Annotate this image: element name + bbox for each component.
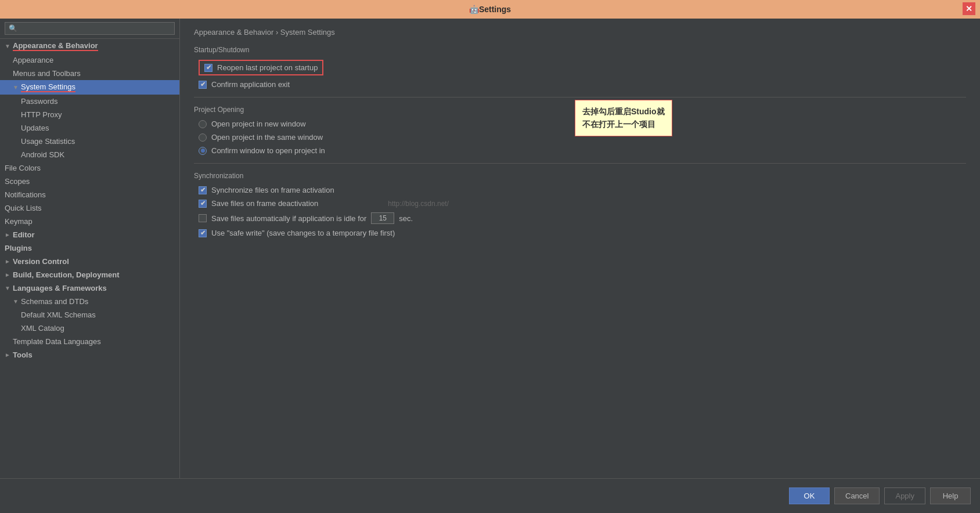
sync-frame-row[interactable]: ✔ Synchronize files on frame activation <box>194 186 966 194</box>
save-idle-checkbox[interactable] <box>199 214 207 222</box>
main-container: ▼Appearance & BehaviorAppearanceMenus an… <box>0 19 980 478</box>
sidebar-label: Plugins <box>5 244 32 252</box>
sync-section-title: Synchronization <box>194 172 966 180</box>
sec-label: sec. <box>399 214 413 223</box>
arrow-icon: ► <box>5 352 10 358</box>
sidebar-item-languages-frameworks[interactable]: ▼Languages & Frameworks <box>0 281 179 295</box>
cancel-button[interactable]: Cancel <box>834 487 880 504</box>
sidebar-search-container <box>0 19 179 39</box>
reopen-project-row[interactable]: ✔ Reopen last project on startup <box>199 60 323 75</box>
open-same-window-label: Open project in the same window <box>211 133 323 142</box>
checkmark-safe: ✔ <box>200 229 206 237</box>
open-new-window-radio[interactable] <box>199 120 207 128</box>
confirm-window-row[interactable]: Confirm window to open project in <box>194 146 966 155</box>
checkmark-sync: ✔ <box>200 186 206 194</box>
save-idle-row[interactable]: Save files automatically if application … <box>194 212 966 224</box>
sidebar-item-keymap[interactable]: Keymap <box>0 215 179 228</box>
sync-frame-checkbox[interactable]: ✔ <box>199 186 207 194</box>
safe-write-row[interactable]: ✔ Use "safe write" (save changes to a te… <box>194 229 966 237</box>
sidebar-item-editor[interactable]: ►Editor <box>0 228 179 241</box>
sidebar-item-android-sdk[interactable]: Android SDK <box>0 148 179 161</box>
sidebar-label: Passwords <box>21 97 58 106</box>
checkmark-icon-2: ✔ <box>200 81 206 88</box>
save-deactivation-checkbox[interactable]: ✔ <box>199 200 207 208</box>
callout-line2: 不在打开上一个项目 <box>582 118 665 131</box>
sidebar-label: Editor <box>13 230 35 239</box>
sidebar-item-file-colors[interactable]: File Colors <box>0 161 179 175</box>
sidebar-item-plugins[interactable]: Plugins <box>0 241 179 255</box>
sidebar-label: Build, Execution, Deployment <box>13 270 119 279</box>
sidebar-item-system-settings[interactable]: ▼System Settings <box>0 80 179 95</box>
ok-button[interactable]: OK <box>789 487 830 504</box>
sidebar-label: System Settings <box>21 82 75 92</box>
open-same-window-radio[interactable] <box>199 133 207 142</box>
help-button[interactable]: Help <box>930 487 971 504</box>
sidebar-item-default-xml[interactable]: Default XML Schemas <box>0 308 179 321</box>
sidebar-label: Scopes <box>5 177 30 186</box>
bottom-bar: OK Cancel Apply Help <box>0 478 980 513</box>
sidebar-item-appearance-behavior[interactable]: ▼Appearance & Behavior <box>0 39 179 53</box>
watermark-text: http://blog.csdn.net/ <box>388 200 449 208</box>
sidebar-item-build-execution[interactable]: ►Build, Execution, Deployment <box>0 268 179 281</box>
sidebar-label: Keymap <box>5 217 33 226</box>
save-idle-label: Save files automatically if application … <box>211 214 366 223</box>
arrow-icon: ► <box>5 258 10 265</box>
sidebar-label: Android SDK <box>21 150 64 159</box>
sidebar-label: Schemas and DTDs <box>21 297 88 306</box>
sidebar-label: Appearance <box>13 56 53 64</box>
sidebar-item-scopes[interactable]: Scopes <box>0 175 179 188</box>
sidebar-label: Tools <box>13 351 33 359</box>
arrow-icon: ► <box>5 232 10 238</box>
confirm-exit-label: Confirm application exit <box>211 80 290 89</box>
sidebar-item-version-control[interactable]: ►Version Control <box>0 255 179 268</box>
sidebar: ▼Appearance & BehaviorAppearanceMenus an… <box>0 19 180 478</box>
sidebar-item-http-proxy[interactable]: HTTP Proxy <box>0 108 179 121</box>
startup-section-title: Startup/Shutdown <box>194 46 966 54</box>
window-title: Settings <box>479 5 511 14</box>
arrow-icon: ▼ <box>5 43 10 49</box>
confirm-window-radio[interactable] <box>199 147 207 155</box>
sidebar-item-updates[interactable]: Updates <box>0 121 179 135</box>
sidebar-label: Menus and Toolbars <box>13 69 81 78</box>
save-deactivation-wrapper: ✔ Save files on frame deactivation http:… <box>194 199 966 208</box>
sidebar-label: HTTP Proxy <box>21 110 62 119</box>
safe-write-checkbox[interactable]: ✔ <box>199 229 207 237</box>
sidebar-label: XML Catalog <box>21 324 64 333</box>
sidebar-item-tools[interactable]: ►Tools <box>0 348 179 362</box>
sync-frame-label: Synchronize files on frame activation <box>211 186 334 194</box>
confirm-exit-checkbox[interactable]: ✔ <box>199 81 207 89</box>
sidebar-label: Usage Statistics <box>21 137 75 146</box>
sidebar-label: Appearance & Behavior <box>13 41 98 51</box>
app-icon: 🤖 <box>469 5 479 14</box>
sidebar-label: Updates <box>21 124 49 132</box>
sidebar-item-template-data[interactable]: Template Data Languages <box>0 335 179 348</box>
content-wrapper: Appearance & Behavior › System Settings … <box>180 19 980 478</box>
sidebar-label: File Colors <box>5 164 41 172</box>
sidebar-item-usage-statistics[interactable]: Usage Statistics <box>0 135 179 148</box>
sidebar-item-schemas-dtds[interactable]: ▼Schemas and DTDs <box>0 295 179 308</box>
apply-button[interactable]: Apply <box>884 487 925 504</box>
sidebar-label: Template Data Languages <box>13 337 101 346</box>
safe-write-label: Use "safe write" (save changes to a temp… <box>211 229 395 237</box>
close-button[interactable]: ✕ <box>963 2 975 15</box>
radio-dot <box>201 149 205 153</box>
arrow-icon: ▼ <box>13 298 19 305</box>
save-deactivation-label: Save files on frame deactivation <box>211 199 318 208</box>
arrow-icon: ▼ <box>13 84 19 91</box>
confirm-exit-row[interactable]: ✔ Confirm application exit <box>194 80 966 89</box>
sidebar-item-notifications[interactable]: Notifications <box>0 188 179 201</box>
open-new-window-label: Open project in new window <box>211 120 306 128</box>
checkmark-save: ✔ <box>200 200 206 207</box>
breadcrumb: Appearance & Behavior › System Settings <box>194 28 966 37</box>
sidebar-item-appearance[interactable]: Appearance <box>0 53 179 67</box>
search-input[interactable] <box>5 22 175 35</box>
sidebar-item-xml-catalog[interactable]: XML Catalog <box>0 321 179 335</box>
arrow-icon: ▼ <box>5 285 10 291</box>
sidebar-item-passwords[interactable]: Passwords <box>0 95 179 108</box>
title-bar: 🤖 Settings ✕ <box>0 0 980 19</box>
sidebar-item-quick-lists[interactable]: Quick Lists <box>0 201 179 215</box>
sidebar-item-menus-toolbars[interactable]: Menus and Toolbars <box>0 67 179 80</box>
idle-seconds-input[interactable] <box>371 212 394 224</box>
reopen-project-checkbox[interactable]: ✔ <box>204 64 212 72</box>
save-deactivation-row[interactable]: ✔ Save files on frame deactivation <box>194 199 318 208</box>
